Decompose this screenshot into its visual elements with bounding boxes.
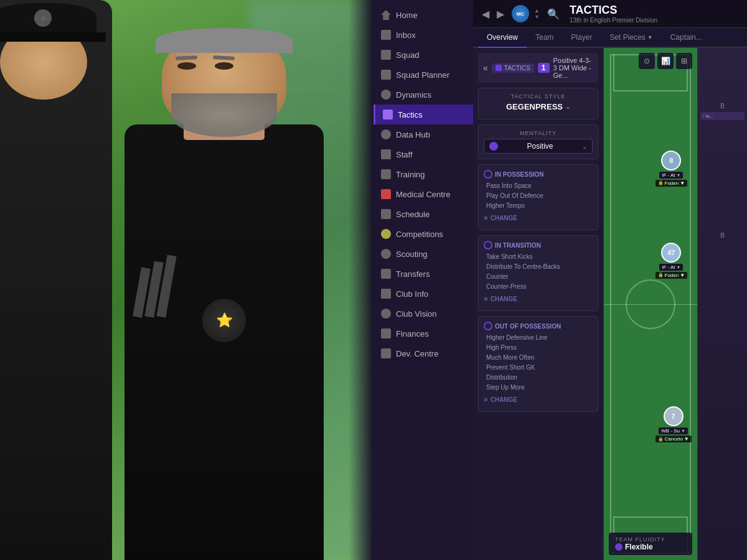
- tactics-tag-icon: [496, 65, 502, 71]
- lock-icon-8: ▼: [677, 173, 681, 177]
- sidebar-item-transfers[interactable]: Transfers: [374, 264, 473, 284]
- center-circle: [626, 279, 675, 329]
- sidebar-label-tactics: Tactics: [398, 110, 423, 119]
- tactical-style-value[interactable]: GEGENPRESS ⌄: [484, 102, 593, 111]
- sidebar-label-training: Training: [396, 170, 425, 179]
- club-down-arrow[interactable]: ▼: [534, 14, 540, 20]
- tactical-pitch: ⊙ 📊 ⊞ 8 IF - At ▼: [604, 48, 697, 560]
- team-fluidity: TEAM FLUIDITY Flexible: [609, 533, 692, 555]
- in-transition-change-btn[interactable]: » CHANGE: [484, 292, 593, 306]
- in-possession-change-btn[interactable]: » CHANGE: [484, 211, 593, 225]
- tactics-icon: [383, 110, 393, 119]
- forward-button[interactable]: ▶: [494, 7, 507, 21]
- tactics-tag-label: TACTICS: [504, 65, 530, 72]
- scouting-icon: [381, 249, 391, 259]
- fluidity-title: TEAM FLUIDITY: [615, 536, 686, 543]
- search-icon[interactable]: 🔍: [547, 8, 560, 20]
- sidebar-label-data-hub: Data Hub: [396, 130, 430, 139]
- out-possession-change-btn[interactable]: » CHANGE: [484, 393, 593, 406]
- sidebar-item-inbox[interactable]: Inbox: [374, 25, 473, 45]
- sidebar-item-squad-planner[interactable]: Squad Planner: [374, 65, 473, 85]
- home-icon: [381, 10, 391, 20]
- sidebar-item-squad[interactable]: Squad: [374, 45, 473, 65]
- finances-icon: [381, 329, 391, 338]
- photo-section: ⭐ ◎: [0, 0, 374, 560]
- club-up-arrow[interactable]: ▲: [534, 8, 540, 14]
- tactical-style-box: TACTICAL STYLE GEGENPRESS ⌄: [478, 88, 598, 119]
- tab-captains[interactable]: Captain...: [662, 28, 711, 48]
- transfers-icon: [381, 269, 391, 279]
- sidebar-label-scouting: Scouting: [396, 250, 428, 259]
- mentality-arrow: ⌄: [582, 143, 587, 150]
- sidebar-item-scouting[interactable]: Scouting: [374, 244, 473, 264]
- player-role-47: IF - At ▼: [659, 264, 683, 271]
- possession-header: IN POSSESSION: [484, 170, 593, 179]
- player-circle-47: 47: [661, 243, 681, 263]
- right-col-tag-text: ↑ la...: [702, 113, 743, 119]
- sidebar-item-dynamics[interactable]: Dynamics: [374, 85, 473, 105]
- club-badge-text: MC: [517, 11, 524, 17]
- game-section: Home Inbox Squad Squad Planner Dynamics: [374, 0, 747, 560]
- player-circle-8: 8: [661, 151, 681, 170]
- sidebar-label-home: Home: [396, 11, 418, 20]
- player-token-47[interactable]: 47 IF - At ▼ 🔒 Foden ▼: [655, 243, 688, 279]
- collapse-button[interactable]: «: [483, 63, 488, 73]
- tab-team[interactable]: Team: [527, 28, 562, 48]
- schedule-icon: [381, 209, 391, 219]
- transition-item: Counter: [486, 272, 593, 282]
- sidebar-item-home[interactable]: Home: [374, 5, 473, 25]
- planner-icon: [381, 70, 391, 80]
- club-nav-updown[interactable]: ▲ ▼: [534, 8, 540, 20]
- sidebar-label-squad-planner: Squad Planner: [396, 70, 449, 80]
- club-badge: MC: [512, 5, 529, 22]
- pitch-view-btn-1[interactable]: ⊙: [639, 53, 655, 69]
- sidebar-label-transfers: Transfers: [396, 269, 430, 279]
- sidebar-label-club-info: Club Info: [396, 289, 428, 299]
- mentality-value: Positive: [527, 142, 553, 151]
- tab-player[interactable]: Player: [562, 28, 601, 48]
- nav-arrows: ◀ ▶: [479, 7, 507, 21]
- pitch-view-btn-2[interactable]: 📊: [657, 53, 674, 69]
- possession-item: Pass Into Space: [486, 181, 593, 191]
- sidebar-item-club-info[interactable]: Club Info: [374, 284, 473, 304]
- pitch-view-btn-3[interactable]: ⊞: [676, 53, 692, 69]
- tab-overview[interactable]: Overview: [478, 28, 527, 48]
- sidebar-label-squad: Squad: [396, 50, 420, 60]
- right-col-label-b2: B: [700, 232, 745, 239]
- sidebar-item-staff[interactable]: Staff: [374, 144, 473, 164]
- sidebar-label-finances: Finances: [396, 329, 429, 338]
- tab-set-pieces[interactable]: Set Pieces ▼: [601, 28, 661, 48]
- mentality-dropdown[interactable]: Positive ⌄: [484, 139, 593, 154]
- sidebar-item-finances[interactable]: Finances: [374, 324, 473, 343]
- page-title: TACTICS: [570, 4, 657, 17]
- fluidity-label: Flexible: [625, 543, 653, 551]
- player-circle-7: 7: [664, 406, 684, 426]
- sidebar-item-competitions[interactable]: Competitions: [374, 224, 473, 244]
- sidebar-item-dev-centre[interactable]: Dev. Centre: [374, 343, 473, 363]
- in-possession-items: Pass Into Space Play Out Of Defence High…: [484, 181, 593, 211]
- player-token-7[interactable]: 7 WB - Su ▼ 🔒 Cancelo ▼: [655, 406, 692, 442]
- possession-item: Play Out Of Defence: [486, 191, 593, 201]
- sidebar-item-tactics[interactable]: Tactics: [374, 105, 473, 124]
- squad-icon: [381, 50, 391, 60]
- transition-icon: [484, 241, 492, 250]
- out-possession-item: High Press: [486, 343, 593, 353]
- out-of-possession-items: Higher Defensive Line High Press Much Mo…: [484, 333, 593, 393]
- sidebar-item-medical[interactable]: Medical Centre: [374, 184, 473, 204]
- set-pieces-dropdown-arrow: ▼: [647, 34, 653, 40]
- player-name-7: 🔒 Cancelo ▼: [655, 436, 692, 442]
- tactical-style-arrow: ⌄: [565, 103, 570, 110]
- inbox-icon: [381, 30, 391, 40]
- sidebar-label-staff: Staff: [396, 150, 413, 159]
- sidebar-item-club-vision[interactable]: Club Vision: [374, 304, 473, 324]
- sidebar-item-data-hub[interactable]: Data Hub: [374, 124, 473, 144]
- possession-item: Higher Tempo: [486, 201, 593, 211]
- sidebar-item-schedule[interactable]: Schedule: [374, 204, 473, 224]
- tactics-content: « TACTICS 1 Positive 4-3-3 DM Wide - Ge.…: [473, 48, 747, 560]
- player-token-8[interactable]: 8 IF - At ▼ 🔒 Foden ▼: [655, 151, 688, 187]
- sidebar-label-dev-centre: Dev. Centre: [396, 349, 438, 358]
- back-button[interactable]: ◀: [479, 7, 492, 21]
- sidebar-item-training[interactable]: Training: [374, 164, 473, 184]
- lock-icon-47: ▼: [677, 265, 681, 269]
- fluidity-value: Flexible: [615, 543, 686, 551]
